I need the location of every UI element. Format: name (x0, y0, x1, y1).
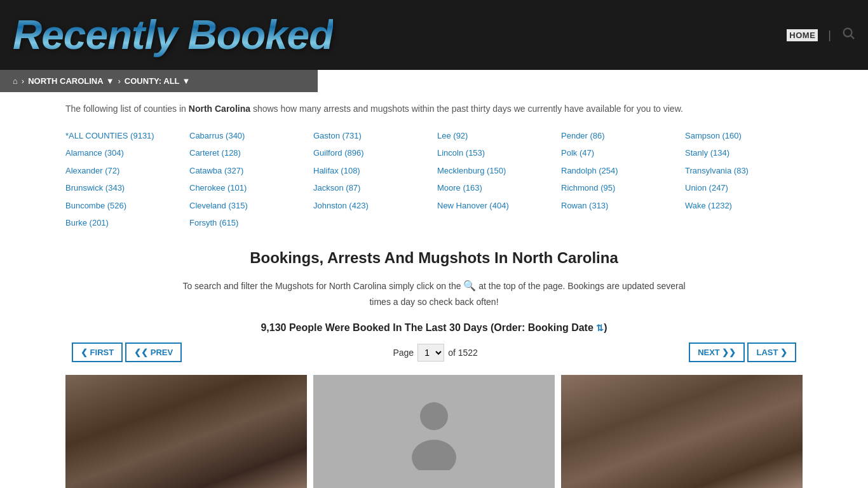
county-link-mecklenburg[interactable]: Mecklenburg (150) (437, 163, 555, 178)
section-heading: Bookings, Arrests And Mugshots In North … (65, 249, 803, 267)
home-nav-link[interactable]: HOME (787, 29, 818, 41)
svg-point-3 (412, 440, 456, 470)
last-page-button[interactable]: LAST ❯ (747, 342, 796, 362)
first-page-button[interactable]: ❮ FIRST (72, 342, 123, 362)
order-sort-icon[interactable]: ⇅ (596, 323, 604, 333)
county-link-rowan[interactable]: Rowan (313) (561, 198, 679, 213)
mugshot-grid (65, 375, 803, 488)
county-link-gaston[interactable]: Gaston (731) (313, 128, 431, 143)
county-link-johnston[interactable]: Johnston (423) (313, 198, 431, 213)
header-search-button[interactable] (841, 26, 855, 44)
county-link-alamance[interactable]: Alamance (304) (65, 146, 183, 160)
prev-page-button[interactable]: ❮❮ PREV (125, 342, 182, 362)
nav-divider: | (828, 29, 831, 42)
county-link-all[interactable]: *ALL COUNTIES (9131) (65, 128, 183, 143)
mugshot-card-2[interactable] (313, 375, 555, 488)
county-link-catawba[interactable]: Catawba (327) (189, 163, 307, 178)
breadcrumb: ⌂ › NORTH CAROLINA ▼ › COUNTY: ALL ▼ (0, 70, 318, 92)
page-select[interactable]: 1 2 3 (417, 344, 444, 362)
svg-line-1 (851, 36, 854, 39)
mugshot-image-1 (65, 375, 307, 488)
county-link-randolph[interactable]: Randolph (254) (561, 163, 679, 178)
site-logo: Recently Booked (13, 11, 333, 58)
pagination-bar: ❮ FIRST ❮❮ PREV Page 1 2 3 of 1522 NEXT … (65, 342, 803, 362)
county-link-forsyth[interactable]: Forsyth (615) (189, 215, 307, 230)
breadcrumb-state[interactable]: NORTH CAROLINA ▼ (28, 76, 114, 86)
breadcrumb-home-link[interactable]: ⌂ (13, 76, 18, 86)
header: Recently Booked HOME | (0, 0, 868, 70)
county-link-carteret[interactable]: Carteret (128) (189, 146, 307, 160)
county-link-union[interactable]: Union (247) (685, 180, 803, 195)
svg-point-2 (420, 402, 448, 430)
intro-text: The following list of counties in North … (65, 102, 803, 116)
main-content: The following list of counties in North … (53, 92, 815, 488)
county-link-pender[interactable]: Pender (86) (561, 128, 679, 143)
county-link-richmond[interactable]: Richmond (95) (561, 180, 679, 195)
page-label: Page (393, 348, 414, 358)
county-link-new-hanover[interactable]: New Hanover (404) (437, 198, 555, 213)
county-link-alexander[interactable]: Alexander (72) (65, 163, 183, 178)
county-link-buncombe[interactable]: Buncombe (526) (65, 198, 183, 213)
section-description: To search and filter the Mugshots for No… (173, 277, 695, 309)
county-link-cabarrus[interactable]: Cabarrus (340) (189, 128, 307, 143)
mugshot-image-2 (313, 375, 555, 488)
breadcrumb-sep-1: › (22, 76, 24, 86)
mugshot-card-3[interactable] (561, 375, 803, 488)
county-link-stanly[interactable]: Stanly (134) (685, 146, 803, 160)
header-navigation: HOME | (787, 26, 855, 44)
mugshot-image-3 (561, 375, 803, 488)
county-link-cherokee[interactable]: Cherokee (101) (189, 180, 307, 195)
county-link-jackson[interactable]: Jackson (87) (313, 180, 431, 195)
pagination-right: NEXT ❯❯ LAST ❯ (689, 342, 796, 362)
next-page-button[interactable]: NEXT ❯❯ (689, 342, 745, 362)
county-link-lincoln[interactable]: Lincoln (153) (437, 146, 555, 160)
breadcrumb-sep-2: › (118, 76, 121, 86)
county-link-brunswick[interactable]: Brunswick (343) (65, 180, 183, 195)
county-link-burke[interactable]: Burke (201) (65, 215, 183, 230)
county-link-cleveland[interactable]: Cleveland (315) (189, 198, 307, 213)
svg-point-0 (844, 29, 852, 37)
county-link-moore[interactable]: Moore (163) (437, 180, 555, 195)
county-grid: *ALL COUNTIES (9131) Cabarrus (340) Gast… (65, 128, 803, 230)
county-link-halifax[interactable]: Halifax (108) (313, 163, 431, 178)
county-link-polk[interactable]: Polk (47) (561, 146, 679, 160)
county-link-lee[interactable]: Lee (92) (437, 128, 555, 143)
inline-search-icon: 🔍 (463, 280, 476, 291)
breadcrumb-county[interactable]: COUNTY: ALL ▼ (125, 76, 191, 86)
mugshot-card-1[interactable] (65, 375, 307, 488)
county-link-wake[interactable]: Wake (1232) (685, 198, 803, 213)
county-link-guilford[interactable]: Guilford (896) (313, 146, 431, 160)
county-link-transylvania[interactable]: Transylvania (83) (685, 163, 803, 178)
pagination-center: Page 1 2 3 of 1522 (393, 344, 477, 362)
county-link-sampson[interactable]: Sampson (160) (685, 128, 803, 143)
booking-count-text: 9,130 People Were Booked In The Last 30 … (65, 322, 803, 334)
total-pages-label: of 1522 (448, 348, 478, 358)
pagination-left: ❮ FIRST ❮❮ PREV (72, 342, 182, 362)
